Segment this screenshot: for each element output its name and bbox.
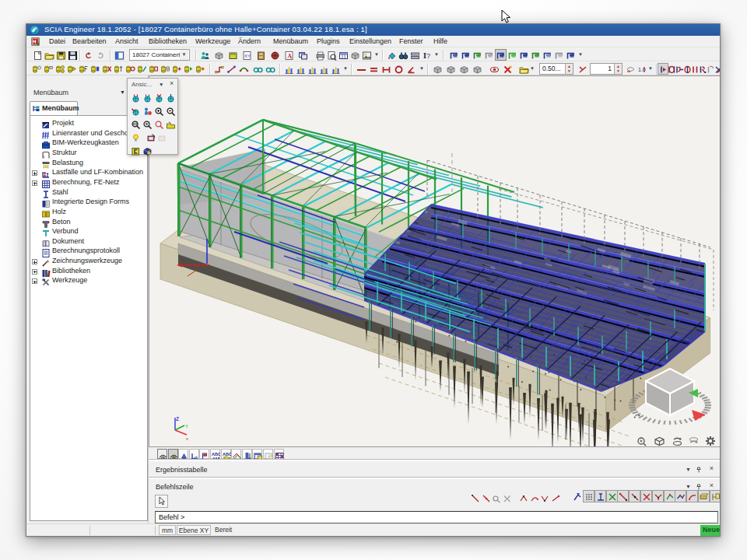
svg-text:Z: Z	[176, 416, 179, 422]
svg-text:x: x	[186, 436, 188, 441]
svg-text:A: A	[287, 53, 292, 60]
svg-text:ABC: ABC	[223, 452, 231, 457]
svg-text:XY: XY	[244, 54, 251, 58]
svg-text:Y: Y	[185, 424, 188, 429]
svg-text:?: ?	[426, 52, 430, 60]
svg-text:ABC: ABC	[212, 452, 220, 457]
